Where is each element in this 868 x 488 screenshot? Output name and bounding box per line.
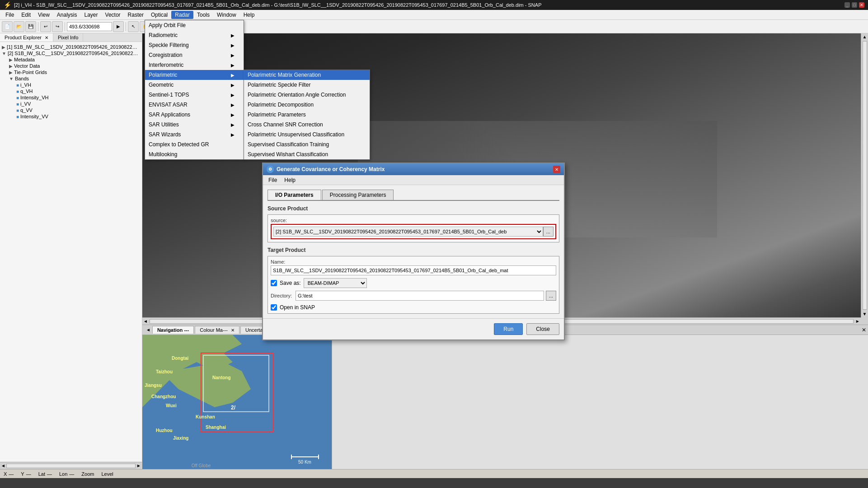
- target-name-input[interactable]: [271, 265, 556, 275]
- arrow-sar-applications: ▶: [231, 112, 235, 117]
- submenu-cross-channel[interactable]: Cross Channel SNR Correction: [244, 120, 370, 130]
- menu-item-geometric[interactable]: Geometric ▶: [145, 80, 244, 90]
- tree-item-band-qvh[interactable]: ■ q_VH: [2, 88, 140, 94]
- menu-optical[interactable]: Optical: [147, 11, 171, 19]
- submenu-parameters[interactable]: Polarimetric Parameters: [244, 110, 370, 120]
- menu-item-radiometric[interactable]: Radiometric ▶: [145, 30, 244, 40]
- directory-input[interactable]: [296, 291, 544, 301]
- band-icon-intvv: ■: [16, 114, 19, 119]
- tree-item-band-intensity-vv[interactable]: ■ Intensity_VV: [2, 113, 140, 120]
- menu-item-complex-detected[interactable]: Complex to Detected GR: [145, 139, 244, 149]
- menu-layer[interactable]: Layer: [81, 11, 102, 19]
- tree-item-metadata[interactable]: ▶ Metadata: [2, 56, 140, 63]
- tree-item-band-qvv[interactable]: ■ q_VV: [2, 107, 140, 113]
- folder-icon-bands: ▼: [9, 76, 14, 81]
- menu-radar[interactable]: Radar: [171, 11, 193, 19]
- undo-button[interactable]: ↩: [40, 21, 51, 32]
- coord-go-button[interactable]: ▶: [113, 21, 124, 32]
- close-product-explorer[interactable]: ✕: [45, 35, 48, 40]
- arrow-sar-wizards: ▶: [231, 132, 235, 137]
- menu-item-coregistration[interactable]: Coregistration ▶: [145, 50, 244, 60]
- tab-navigation[interactable]: Navigation ---: [152, 326, 194, 334]
- submenu-orientation-angle[interactable]: Polarimetric Orientation Angle Correctio…: [244, 90, 370, 100]
- menu-tools[interactable]: Tools: [193, 11, 213, 19]
- close-dialog-button[interactable]: Close: [526, 323, 559, 335]
- save-as-row: Save as: BEAM-DIMAP GeoTIFFNetCDF: [271, 278, 556, 288]
- toolbar-separator-3: [126, 22, 126, 31]
- level-label: Level: [101, 471, 113, 477]
- submenu-matrix-generation[interactable]: Polarimetric Matrix Generation: [244, 70, 370, 80]
- h-scroll-right[interactable]: ►: [136, 463, 141, 468]
- dialog-tab-processing[interactable]: Processing Parameters: [322, 190, 394, 200]
- panel-close-btn[interactable]: ✕: [862, 327, 866, 333]
- menu-item-sar-utilities[interactable]: SAR Utilities ▶: [145, 120, 244, 130]
- dialog-menu-help[interactable]: Help: [281, 176, 299, 184]
- format-select[interactable]: BEAM-DIMAP GeoTIFFNetCDF: [304, 278, 367, 288]
- tree-item-product1[interactable]: ▶ [1] S1B_IW_SLC__1SDV_20190822T095426_2…: [2, 44, 140, 50]
- menu-item-envisat[interactable]: ENVISAT ASAR ▶: [145, 100, 244, 110]
- menu-vector[interactable]: Vector: [102, 11, 124, 19]
- h-scroll-left[interactable]: ◄: [1, 463, 5, 468]
- dir-browse-button[interactable]: ...: [546, 291, 556, 301]
- menu-file[interactable]: File: [2, 11, 18, 19]
- dialog-tab-io[interactable]: I/O Parameters: [267, 190, 321, 200]
- dialog-close-button[interactable]: ✕: [553, 166, 560, 173]
- tab-product-explorer[interactable]: Product Explorer ✕: [0, 33, 53, 42]
- open-snap-checkbox[interactable]: [271, 304, 277, 311]
- menu-window[interactable]: Window: [213, 11, 240, 19]
- menu-raster[interactable]: Raster: [124, 11, 147, 19]
- close-colour[interactable]: ✕: [231, 328, 235, 333]
- submenu-decomposition[interactable]: Polarimetric Decomposition: [244, 100, 370, 110]
- submenu-unsupervised-class[interactable]: Polarimetric Unsupervised Classification: [244, 130, 370, 139]
- tab-pixel-info[interactable]: Pixel Info: [53, 33, 83, 42]
- panel-tabs: Product Explorer ✕ Pixel Info: [0, 33, 142, 42]
- v-scroll-down[interactable]: ▼: [862, 311, 868, 317]
- new-button[interactable]: 📄: [2, 21, 13, 32]
- select-tool[interactable]: ↖: [128, 21, 139, 32]
- tree-item-band-ivv[interactable]: ■ i_VV: [2, 101, 140, 107]
- dialog-menu-file[interactable]: File: [265, 176, 281, 184]
- menu-item-interferometric[interactable]: Interferometric ▶: [145, 60, 244, 70]
- menu-item-sentinel1-tops[interactable]: Sentinel-1 TOPS ▶: [145, 90, 244, 100]
- submenu-supervised-training[interactable]: Supervised Classification Training: [244, 139, 370, 149]
- menu-bar: File Edit View Analysis Layer Vector Ras…: [0, 10, 868, 20]
- open-button[interactable]: 📂: [14, 21, 24, 32]
- save-as-checkbox[interactable]: [271, 280, 277, 286]
- save-button[interactable]: 💾: [25, 21, 36, 32]
- menu-analysis[interactable]: Analysis: [53, 11, 81, 19]
- directory-row: Directory: ...: [271, 291, 556, 301]
- menu-item-sar-applications[interactable]: SAR Applications ▶: [145, 110, 244, 120]
- maximize-button[interactable]: □: [852, 2, 857, 8]
- tree-item-product2[interactable]: ▼ [2] S1B_IW_SLC__1SDV_20190822T095426_2…: [2, 50, 140, 56]
- tree-item-vector-data[interactable]: ▶ Vector Data: [2, 63, 140, 69]
- run-button[interactable]: Run: [494, 323, 523, 335]
- menu-edit[interactable]: Edit: [18, 11, 34, 19]
- band-icon-qvh: ■: [16, 89, 19, 94]
- menu-item-multilooking[interactable]: Multilooking: [145, 149, 244, 159]
- menu-item-sar-wizards[interactable]: SAR Wizards ▶: [145, 130, 244, 139]
- v-scrollbar[interactable]: ▲ ▼: [861, 33, 868, 317]
- panel-collapse[interactable]: ◄: [144, 327, 152, 332]
- menu-item-polarimetric[interactable]: Polarimetric ▶: [145, 70, 244, 80]
- menu-view[interactable]: View: [34, 11, 53, 19]
- tree-item-band-intensity-vh[interactable]: ■ Intensity_VH: [2, 94, 140, 101]
- close-button[interactable]: ✕: [859, 2, 864, 8]
- v-scroll-up[interactable]: ▲: [862, 33, 868, 40]
- redo-button[interactable]: ↪: [52, 21, 63, 32]
- tab-colour-manipulation[interactable]: Colour Ma--- ✕: [195, 326, 239, 334]
- tree-item-tie-point-grids[interactable]: ▶ Tie-Point Grids: [2, 69, 140, 75]
- band-icon-intvh: ■: [16, 95, 19, 100]
- submenu-speckle-filter[interactable]: Polarimetric Speckle Filter: [244, 80, 370, 90]
- tree-item-band-ivh[interactable]: ■ i_VH: [2, 82, 140, 88]
- h-scroll-right-viewport[interactable]: ►: [854, 319, 861, 324]
- menu-item-apply-orbit[interactable]: Apply Orbit File: [145, 20, 244, 30]
- coord-input[interactable]: [67, 22, 112, 31]
- submenu-wishart[interactable]: Supervised Wishart Classification: [244, 149, 370, 159]
- menu-item-speckle[interactable]: Speckle Filtering ▶: [145, 40, 244, 50]
- source-select[interactable]: [2] S1B_IW_SLC__1SDV_20190822T095426_201…: [273, 227, 543, 237]
- minimize-button[interactable]: _: [845, 2, 850, 8]
- menu-help[interactable]: Help: [240, 11, 258, 19]
- tree-item-bands[interactable]: ▼ Bands: [2, 75, 140, 82]
- h-scroll-left-viewport[interactable]: ◄: [142, 319, 149, 324]
- source-browse-button[interactable]: ...: [543, 227, 554, 237]
